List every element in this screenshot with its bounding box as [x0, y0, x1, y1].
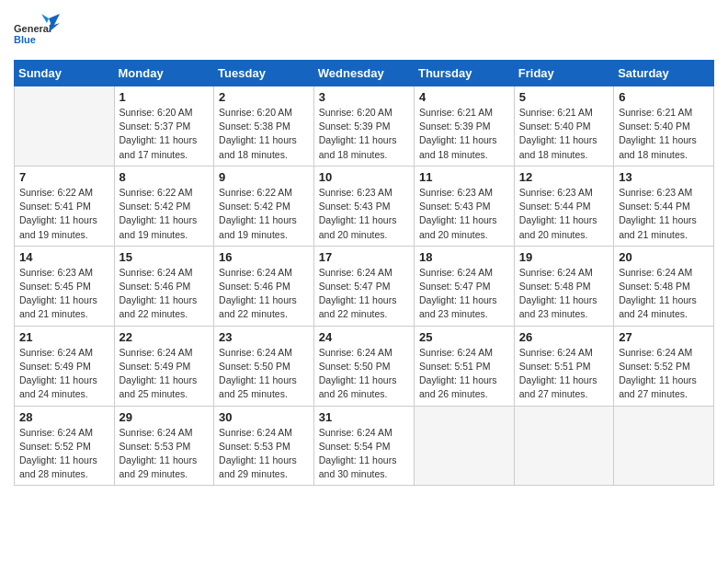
calendar-cell: 27Sunrise: 6:24 AMSunset: 5:52 PMDayligh…: [614, 326, 714, 406]
day-number: 31: [319, 410, 409, 424]
day-number: 19: [519, 250, 609, 264]
day-number: 13: [619, 170, 709, 184]
calendar-cell: [15, 86, 115, 167]
col-header-monday: Monday: [114, 61, 214, 86]
calendar-header-row: SundayMondayTuesdayWednesdayThursdayFrid…: [15, 61, 714, 86]
calendar-cell: 11Sunrise: 6:23 AMSunset: 5:43 PMDayligh…: [414, 166, 514, 246]
day-number: 23: [219, 330, 309, 344]
calendar-cell: 20Sunrise: 6:24 AMSunset: 5:48 PMDayligh…: [614, 246, 714, 326]
calendar-cell: 14Sunrise: 6:23 AMSunset: 5:45 PMDayligh…: [15, 246, 115, 326]
day-number: 6: [619, 90, 709, 104]
calendar-cell: 29Sunrise: 6:24 AMSunset: 5:53 PMDayligh…: [114, 406, 214, 486]
col-header-saturday: Saturday: [614, 61, 714, 86]
day-info: Sunrise: 6:21 AMSunset: 5:40 PMDaylight:…: [519, 106, 609, 162]
calendar-cell: [614, 406, 714, 486]
day-info: Sunrise: 6:24 AMSunset: 5:51 PMDaylight:…: [519, 346, 609, 402]
day-number: 26: [519, 330, 609, 344]
col-header-thursday: Thursday: [414, 61, 514, 86]
calendar-week-row: 7Sunrise: 6:22 AMSunset: 5:41 PMDaylight…: [15, 166, 714, 246]
day-number: 30: [219, 410, 309, 424]
day-info: Sunrise: 6:24 AMSunset: 5:53 PMDaylight:…: [119, 426, 210, 482]
calendar-cell: 28Sunrise: 6:24 AMSunset: 5:52 PMDayligh…: [15, 406, 115, 486]
calendar-cell: 16Sunrise: 6:24 AMSunset: 5:46 PMDayligh…: [214, 246, 314, 326]
day-number: 29: [119, 410, 210, 424]
day-info: Sunrise: 6:24 AMSunset: 5:46 PMDaylight:…: [219, 266, 309, 322]
day-info: Sunrise: 6:22 AMSunset: 5:42 PMDaylight:…: [219, 186, 309, 242]
calendar-week-row: 28Sunrise: 6:24 AMSunset: 5:52 PMDayligh…: [15, 406, 714, 486]
svg-text:General: General: [14, 23, 51, 34]
day-number: 5: [519, 90, 609, 104]
calendar-cell: 15Sunrise: 6:24 AMSunset: 5:46 PMDayligh…: [114, 246, 214, 326]
day-info: Sunrise: 6:23 AMSunset: 5:43 PMDaylight:…: [419, 186, 509, 242]
calendar-cell: 12Sunrise: 6:23 AMSunset: 5:44 PMDayligh…: [514, 166, 613, 246]
calendar-week-row: 14Sunrise: 6:23 AMSunset: 5:45 PMDayligh…: [15, 246, 714, 326]
day-info: Sunrise: 6:22 AMSunset: 5:41 PMDaylight:…: [19, 186, 109, 242]
day-number: 27: [619, 330, 709, 344]
calendar-cell: 8Sunrise: 6:22 AMSunset: 5:42 PMDaylight…: [114, 166, 214, 246]
day-number: 12: [519, 170, 609, 184]
day-info: Sunrise: 6:20 AMSunset: 5:37 PMDaylight:…: [119, 106, 210, 162]
calendar-cell: 31Sunrise: 6:24 AMSunset: 5:54 PMDayligh…: [313, 406, 414, 486]
day-info: Sunrise: 6:24 AMSunset: 5:48 PMDaylight:…: [619, 266, 709, 322]
calendar-table: SundayMondayTuesdayWednesdayThursdayFrid…: [14, 60, 714, 486]
day-info: Sunrise: 6:24 AMSunset: 5:49 PMDaylight:…: [19, 346, 109, 402]
day-number: 1: [119, 90, 210, 104]
day-info: Sunrise: 6:24 AMSunset: 5:48 PMDaylight:…: [519, 266, 609, 322]
col-header-sunday: Sunday: [15, 61, 115, 86]
calendar-cell: 18Sunrise: 6:24 AMSunset: 5:47 PMDayligh…: [414, 246, 514, 326]
calendar-cell: 30Sunrise: 6:24 AMSunset: 5:53 PMDayligh…: [214, 406, 314, 486]
day-number: 2: [219, 90, 309, 104]
day-info: Sunrise: 6:21 AMSunset: 5:40 PMDaylight:…: [619, 106, 709, 162]
day-info: Sunrise: 6:23 AMSunset: 5:45 PMDaylight:…: [19, 266, 109, 322]
calendar-cell: 23Sunrise: 6:24 AMSunset: 5:50 PMDayligh…: [214, 326, 314, 406]
day-info: Sunrise: 6:24 AMSunset: 5:51 PMDaylight:…: [419, 346, 509, 402]
svg-text:Blue: Blue: [14, 34, 36, 45]
day-info: Sunrise: 6:24 AMSunset: 5:52 PMDaylight:…: [619, 346, 709, 402]
calendar-week-row: 1Sunrise: 6:20 AMSunset: 5:37 PMDaylight…: [15, 86, 714, 167]
day-number: 21: [19, 330, 109, 344]
calendar-cell: [514, 406, 613, 486]
day-number: 22: [119, 330, 210, 344]
logo: General Blue: [14, 14, 60, 51]
day-info: Sunrise: 6:23 AMSunset: 5:44 PMDaylight:…: [619, 186, 709, 242]
calendar-cell: 4Sunrise: 6:21 AMSunset: 5:39 PMDaylight…: [414, 86, 514, 167]
calendar-cell: 13Sunrise: 6:23 AMSunset: 5:44 PMDayligh…: [614, 166, 714, 246]
calendar-cell: 25Sunrise: 6:24 AMSunset: 5:51 PMDayligh…: [414, 326, 514, 406]
day-info: Sunrise: 6:24 AMSunset: 5:46 PMDaylight:…: [119, 266, 210, 322]
day-info: Sunrise: 6:24 AMSunset: 5:49 PMDaylight:…: [119, 346, 210, 402]
day-number: 15: [119, 250, 210, 264]
day-number: 9: [219, 170, 309, 184]
day-number: 25: [419, 330, 509, 344]
day-number: 11: [419, 170, 509, 184]
day-info: Sunrise: 6:24 AMSunset: 5:47 PMDaylight:…: [319, 266, 409, 322]
day-number: 3: [319, 90, 409, 104]
day-info: Sunrise: 6:23 AMSunset: 5:44 PMDaylight:…: [519, 186, 609, 242]
calendar-cell: 2Sunrise: 6:20 AMSunset: 5:38 PMDaylight…: [214, 86, 314, 167]
calendar-cell: 6Sunrise: 6:21 AMSunset: 5:40 PMDaylight…: [614, 86, 714, 167]
calendar-week-row: 21Sunrise: 6:24 AMSunset: 5:49 PMDayligh…: [15, 326, 714, 406]
calendar-cell: 10Sunrise: 6:23 AMSunset: 5:43 PMDayligh…: [313, 166, 414, 246]
svg-marker-3: [41, 14, 49, 23]
col-header-tuesday: Tuesday: [214, 61, 314, 86]
day-info: Sunrise: 6:20 AMSunset: 5:39 PMDaylight:…: [319, 106, 409, 162]
day-info: Sunrise: 6:24 AMSunset: 5:47 PMDaylight:…: [419, 266, 509, 322]
calendar-cell: 24Sunrise: 6:24 AMSunset: 5:50 PMDayligh…: [313, 326, 414, 406]
col-header-friday: Friday: [514, 61, 613, 86]
day-number: 4: [419, 90, 509, 104]
calendar-cell: 26Sunrise: 6:24 AMSunset: 5:51 PMDayligh…: [514, 326, 613, 406]
day-number: 10: [319, 170, 409, 184]
day-number: 8: [119, 170, 210, 184]
day-info: Sunrise: 6:20 AMSunset: 5:38 PMDaylight:…: [219, 106, 309, 162]
day-number: 17: [319, 250, 409, 264]
logo-bird-icon: General Blue: [14, 14, 60, 51]
page-header: General Blue: [14, 14, 714, 51]
col-header-wednesday: Wednesday: [313, 61, 414, 86]
day-info: Sunrise: 6:24 AMSunset: 5:54 PMDaylight:…: [319, 426, 409, 482]
calendar-cell: 5Sunrise: 6:21 AMSunset: 5:40 PMDaylight…: [514, 86, 613, 167]
day-info: Sunrise: 6:24 AMSunset: 5:50 PMDaylight:…: [319, 346, 409, 402]
day-number: 28: [19, 410, 109, 424]
day-info: Sunrise: 6:21 AMSunset: 5:39 PMDaylight:…: [419, 106, 509, 162]
calendar-cell: 19Sunrise: 6:24 AMSunset: 5:48 PMDayligh…: [514, 246, 613, 326]
day-number: 14: [19, 250, 109, 264]
day-info: Sunrise: 6:24 AMSunset: 5:50 PMDaylight:…: [219, 346, 309, 402]
